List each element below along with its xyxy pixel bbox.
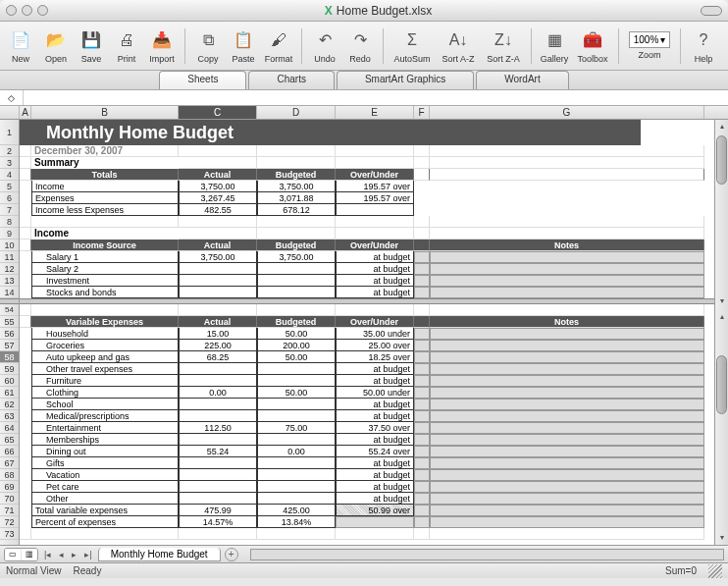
col-header-g[interactable]: G: [430, 106, 704, 119]
print-button[interactable]: 🖨Print: [110, 24, 143, 69]
col-header-b[interactable]: B: [31, 106, 179, 119]
page-layout-view-button[interactable]: ▥: [22, 549, 37, 560]
row-header[interactable]: 71: [0, 505, 19, 516]
row-header[interactable]: 9: [0, 228, 19, 240]
resize-grip[interactable]: [708, 564, 722, 578]
zoom-window-button[interactable]: [37, 5, 48, 16]
open-button[interactable]: 📂Open: [39, 24, 73, 69]
row-header[interactable]: 5: [0, 181, 19, 192]
sort-za-button[interactable]: Z↓Sort Z-A: [482, 24, 525, 69]
save-button[interactable]: 💾Save: [75, 24, 108, 69]
scroll-down-button[interactable]: ▾: [715, 531, 728, 545]
autosum-icon: Σ: [399, 28, 425, 52]
row-header[interactable]: 14: [0, 287, 19, 298]
tab-sheets[interactable]: Sheets: [159, 71, 246, 89]
add-sheet-button[interactable]: +: [225, 548, 238, 561]
print-icon: 🖨: [114, 28, 139, 52]
row-header[interactable]: 69: [0, 481, 19, 493]
row-header[interactable]: 10: [0, 240, 19, 251]
new-button[interactable]: 📄New: [4, 24, 37, 69]
redo-icon: ↷: [347, 28, 373, 52]
tab-smartart[interactable]: SmartArt Graphics: [337, 71, 474, 89]
row-header[interactable]: 11: [0, 251, 19, 263]
row-header[interactable]: 65: [0, 434, 19, 446]
paste-button[interactable]: 📋Paste: [227, 24, 260, 69]
row-header[interactable]: 68: [0, 469, 19, 481]
table-cell: Income: [31, 181, 179, 192]
row-header[interactable]: 64: [0, 422, 19, 434]
row-header[interactable]: 60: [0, 375, 19, 387]
sheet-date: December 30, 2007: [31, 145, 179, 157]
col-header-d[interactable]: D: [257, 106, 336, 119]
toolbar-toggle-button[interactable]: [701, 6, 722, 16]
select-all-corner[interactable]: ◇: [0, 90, 24, 105]
sheet-tab-bar: ▭ ▥ |◂ ◂ ▸ ▸| Monthly Home Budget +: [0, 545, 728, 562]
chevron-down-icon: ▾: [660, 34, 665, 45]
view-mode-label: Normal View: [6, 565, 62, 576]
scroll-up-button[interactable]: ▴: [715, 310, 728, 324]
corner-cell[interactable]: [0, 106, 20, 119]
row-header[interactable]: 72: [0, 516, 19, 528]
next-sheet-button[interactable]: ▸: [70, 550, 78, 559]
row-header[interactable]: 67: [0, 457, 19, 469]
row-header[interactable]: 70: [0, 493, 19, 505]
cells-grid[interactable]: Monthly Home Budget December 30, 2007 Su…: [20, 120, 714, 545]
copy-button[interactable]: ⧉Copy: [191, 24, 225, 69]
row-header[interactable]: 63: [0, 410, 19, 422]
undo-button[interactable]: ↶Undo: [308, 24, 341, 69]
row-header[interactable]: 62: [0, 399, 19, 410]
sort-az-button[interactable]: A↓Sort A-Z: [437, 24, 480, 69]
excel-icon: X: [325, 4, 333, 18]
scroll-thumb-lower[interactable]: [716, 355, 727, 414]
row-header[interactable]: 66: [0, 446, 19, 457]
scroll-up-button[interactable]: ▴: [715, 120, 728, 133]
row-header[interactable]: 73: [0, 528, 19, 540]
formula-bar: ◇: [0, 90, 728, 106]
zoom-control[interactable]: 100%▾ Zoom: [625, 24, 674, 69]
row-header[interactable]: 1: [0, 120, 19, 145]
redo-button[interactable]: ↷Redo: [343, 24, 377, 69]
copy-icon: ⧉: [195, 28, 221, 52]
row-header[interactable]: 56: [0, 328, 19, 340]
toolbox-button[interactable]: 🧰Toolbox: [573, 24, 612, 69]
status-ready: Ready: [74, 565, 102, 576]
row-header[interactable]: 59: [0, 363, 19, 375]
horizontal-scrollbar[interactable]: [250, 549, 724, 560]
row-header[interactable]: 13: [0, 275, 19, 287]
row-header[interactable]: 57: [0, 340, 19, 351]
row-header[interactable]: 7: [0, 204, 19, 216]
sheet-tab[interactable]: Monthly Home Budget: [98, 548, 221, 561]
scroll-down-button[interactable]: ▾: [715, 294, 728, 308]
close-window-button[interactable]: [6, 5, 17, 16]
first-sheet-button[interactable]: |◂: [42, 550, 53, 559]
help-button[interactable]: ?Help: [687, 24, 720, 69]
tab-charts[interactable]: Charts: [248, 71, 334, 89]
row-header[interactable]: 4: [0, 169, 19, 181]
format-button[interactable]: 🖌Format: [262, 24, 295, 69]
row-header[interactable]: 54: [0, 304, 19, 316]
row-header[interactable]: 58: [0, 351, 19, 363]
import-button[interactable]: 📥Import: [145, 24, 179, 69]
last-sheet-button[interactable]: ▸|: [82, 550, 93, 559]
prev-sheet-button[interactable]: ◂: [57, 550, 66, 559]
vertical-scrollbar[interactable]: ▴ ▾ ▴ ▾: [714, 120, 728, 545]
col-header-a[interactable]: A: [20, 106, 31, 119]
gallery-button[interactable]: ▦Gallery: [538, 24, 571, 69]
row-header[interactable]: 55: [0, 316, 19, 328]
scroll-thumb-upper[interactable]: [716, 135, 727, 185]
normal-view-button[interactable]: ▭: [5, 549, 21, 560]
col-header-e[interactable]: E: [336, 106, 414, 119]
col-header-f[interactable]: F: [414, 106, 430, 119]
row-header[interactable]: 2: [0, 145, 19, 157]
row-header[interactable]: 8: [0, 216, 19, 228]
row-header[interactable]: 61: [0, 387, 19, 399]
row-header[interactable]: 6: [0, 192, 19, 204]
table-cell: Expenses: [31, 192, 179, 204]
tab-wordart[interactable]: WordArt: [476, 71, 569, 89]
toolbar: 📄New 📂Open 💾Save 🖨Print 📥Import ⧉Copy 📋P…: [0, 22, 728, 71]
row-header[interactable]: 12: [0, 263, 19, 275]
minimize-window-button[interactable]: [22, 5, 32, 16]
autosum-button[interactable]: ΣAutoSum: [390, 24, 435, 69]
col-header-c[interactable]: C: [179, 106, 257, 119]
row-header[interactable]: 3: [0, 157, 19, 169]
